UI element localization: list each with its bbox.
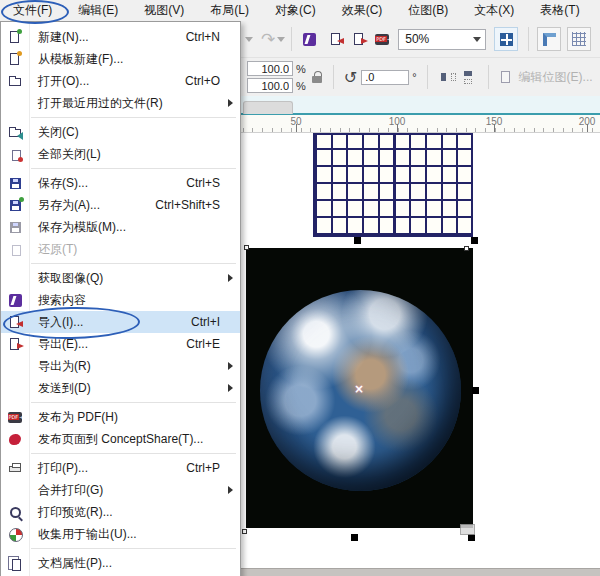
open-folder-icon <box>8 74 23 89</box>
menu-separator <box>1 260 240 267</box>
degree-label: ° <box>412 71 416 83</box>
edit-bitmap-label: 编辑位图(E)... <box>519 69 593 86</box>
selection-handle-right[interactable] <box>472 387 479 394</box>
new-document-icon <box>8 30 23 45</box>
menu-item-new-from-template[interactable]: 从模板新建(F)... <box>1 48 240 70</box>
menu-item-save-as-template[interactable]: 保存为模版(M)... <box>1 216 240 238</box>
corel-connect-icon[interactable] <box>302 32 317 47</box>
grid-toggle-icon <box>572 32 586 46</box>
export-icon <box>8 337 23 352</box>
menu-item-import[interactable]: 导入(I)... Ctrl+I <box>1 311 240 333</box>
percent-label: % <box>296 80 306 92</box>
submenu-arrow-icon <box>228 362 233 370</box>
menu-tools[interactable]: 工具(O) <box>593 0 600 21</box>
menu-item-open-recent[interactable]: 打开最近用过的文件(R) <box>1 92 240 114</box>
property-bar: % % ↺ ° 编辑位图(E)... <box>241 58 600 96</box>
submenu-arrow-icon <box>228 274 233 282</box>
menu-effects[interactable]: 效果(C) <box>329 0 396 21</box>
print-icon <box>8 461 23 476</box>
publish-pdf-icon[interactable]: PDF➜ <box>375 32 390 47</box>
ruler-major-tick <box>494 124 495 132</box>
menu-item-close-all[interactable]: 全部关闭(L) <box>1 143 240 165</box>
scale-x-field[interactable] <box>247 61 293 76</box>
standard-toolbar: ↷ PDF➜ 50% <box>241 21 600 58</box>
grid-table-object[interactable] <box>313 133 473 237</box>
save-icon <box>8 176 23 191</box>
menu-edit[interactable]: 编辑(E) <box>65 0 131 21</box>
submenu-arrow-icon <box>228 384 233 392</box>
menu-item-print-merge[interactable]: 合并打印(G) <box>1 479 240 501</box>
selection-handle-bottom-right[interactable] <box>468 534 475 541</box>
save-as-icon <box>8 198 23 213</box>
toolbar-separator <box>427 65 428 89</box>
selection-handle-bottom[interactable] <box>351 534 358 541</box>
rotation-icon: ↺ <box>344 68 357 87</box>
redo-dropdown-icon[interactable] <box>277 37 285 42</box>
edit-bitmap-button[interactable]: 编辑位图(E)... <box>499 69 593 86</box>
rotation-angle-field[interactable] <box>361 70 409 85</box>
menu-item-save-as[interactable]: 另存为(A)... Ctrl+Shift+S <box>1 194 240 216</box>
menu-item-print-preview[interactable]: 打印预览(R)... <box>1 501 240 523</box>
menu-bitmaps[interactable]: 位图(B) <box>395 0 461 21</box>
menu-item-open[interactable]: 打开(O)... Ctrl+O <box>1 70 240 92</box>
menu-layout[interactable]: 布局(L) <box>197 0 262 21</box>
corel-connect-icon <box>8 293 23 308</box>
submenu-arrow-icon <box>228 99 233 107</box>
menu-item-publish-to-conceptshare[interactable]: 发布页面到 ConceptShare(T)... <box>1 428 240 450</box>
import-icon[interactable] <box>329 32 344 47</box>
selection-handle-top-right[interactable] <box>471 237 478 244</box>
menu-item-acquire-image[interactable]: 获取图像(Q) <box>1 267 240 289</box>
menu-item-export-as[interactable]: 导出为(R) <box>1 355 240 377</box>
corner-node-top-right[interactable] <box>464 246 469 251</box>
resize-cursor-icon <box>460 524 475 535</box>
new-from-template-icon <box>8 52 23 67</box>
percent-label: % <box>296 63 306 75</box>
menu-view[interactable]: 视图(V) <box>131 0 197 21</box>
menu-item-new[interactable]: 新建(N)... Ctrl+N <box>1 26 240 48</box>
publish-pdf-icon: PDF➜ <box>8 410 23 425</box>
zoom-dropdown-icon[interactable] <box>473 37 481 42</box>
menu-separator <box>1 114 240 121</box>
menu-item-search-content[interactable]: 搜索内容 <box>1 289 240 311</box>
bitmap-image-object[interactable]: × <box>246 248 473 528</box>
file-menu-popup: 新建(N)... Ctrl+N 从模板新建(F)... 打开(O)... Ctr… <box>0 21 241 576</box>
corner-node-top-left[interactable] <box>244 245 249 250</box>
menu-text[interactable]: 文本(X) <box>461 0 527 21</box>
menu-item-save[interactable]: 保存(S)... Ctrl+S <box>1 172 240 194</box>
ruler-major-tick <box>397 124 398 132</box>
rulers-toggle-button[interactable] <box>537 27 561 51</box>
grid-toggle-button[interactable] <box>567 27 591 51</box>
menu-item-document-properties[interactable]: 文档属性(P)... <box>1 552 240 574</box>
menu-item-send-to[interactable]: 发送到(D) <box>1 377 240 399</box>
ruler-major-tick <box>296 124 297 132</box>
mirror-vertical-icon[interactable] <box>463 71 478 84</box>
zoom-to-fit-button[interactable] <box>494 27 518 51</box>
lock-ratio-icon[interactable] <box>312 70 323 84</box>
menu-table[interactable]: 表格(T) <box>527 0 592 21</box>
menu-item-revert: 还原(T) <box>1 238 240 260</box>
menu-object[interactable]: 对象(C) <box>262 0 329 21</box>
menu-separator <box>1 545 240 552</box>
menu-file[interactable]: 文件(F) <box>0 0 65 21</box>
submenu-arrow-icon <box>228 486 233 494</box>
corner-node-bottom-left[interactable] <box>242 529 247 534</box>
menu-item-export[interactable]: 导出(E)... Ctrl+E <box>1 333 240 355</box>
print-preview-icon <box>8 505 23 520</box>
document-properties-icon <box>8 556 23 571</box>
undo-dropdown-icon[interactable] <box>245 37 253 42</box>
scale-y-field[interactable] <box>247 78 293 93</box>
conceptshare-icon <box>8 432 23 447</box>
menu-item-publish-pdf[interactable]: PDF➜ 发布为 PDF(H) <box>1 406 240 428</box>
selection-handle-top[interactable] <box>354 237 361 244</box>
import-icon <box>8 315 23 330</box>
menu-item-print[interactable]: 打印(P)... Ctrl+P <box>1 457 240 479</box>
export-icon[interactable] <box>352 32 367 47</box>
menu-item-close[interactable]: 关闭(C) <box>1 121 240 143</box>
toolbar-separator <box>333 65 334 89</box>
redo-icon[interactable]: ↷ <box>261 29 275 49</box>
document-tab-fragment[interactable] <box>243 101 293 114</box>
mirror-horizontal-icon[interactable] <box>441 71 456 84</box>
zoom-level-combobox[interactable]: 50% <box>398 29 486 50</box>
ruler-major-tick <box>587 124 588 132</box>
menu-item-collect-for-output[interactable]: 收集用于输出(U)... <box>1 523 240 545</box>
